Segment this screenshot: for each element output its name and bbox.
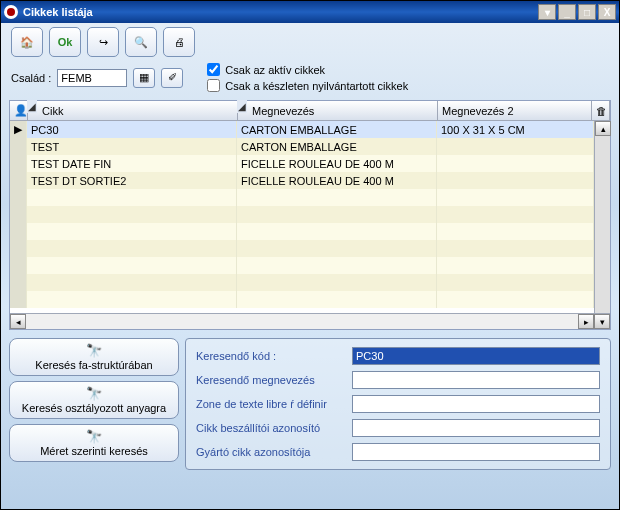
search-zone-label: Zone de texte libre ŕ définir [196, 398, 346, 410]
header-indicator-icon[interactable]: 👤 [10, 101, 28, 120]
search-zone-input[interactable] [352, 395, 600, 413]
maximize-button[interactable]: □ [578, 4, 596, 20]
titlebar[interactable]: Cikkek listája ▾ _ □ X [1, 1, 619, 23]
tree-search-button[interactable]: 🔭 Keresés fa-struktúrában [9, 338, 179, 376]
grid-header: 👤 ◢Cikk ◢Megnevezés Megnevezés 2 🗑 [10, 101, 610, 121]
table-row[interactable]: TEST DT SORTIE2 FICELLE ROULEAU DE 400 M [10, 172, 594, 189]
scroll-right-icon[interactable]: ▸ [578, 314, 594, 329]
search-code-input[interactable] [352, 347, 600, 365]
table-row[interactable] [10, 291, 594, 308]
table-row[interactable] [10, 257, 594, 274]
class-search-button[interactable]: 🔭 Keresés osztályozott anyagra [9, 381, 179, 419]
filter-bar: Család : ▦ ✐ Csak az aktív cikkek Csak a… [1, 61, 619, 98]
table-row[interactable] [10, 206, 594, 223]
minimize-button[interactable]: _ [558, 4, 576, 20]
vertical-scrollbar[interactable]: ▴ [594, 121, 610, 313]
header-delete-icon[interactable]: 🗑 [592, 101, 610, 120]
active-checkbox[interactable] [207, 63, 220, 76]
horizontal-scrollbar[interactable]: ◂ ▸ ▾ [10, 313, 610, 329]
row-pointer-icon: ▶ [10, 121, 27, 138]
table-row[interactable] [10, 240, 594, 257]
search-name-label: Keresendő megnevezés [196, 374, 346, 386]
scroll-down-icon[interactable]: ▾ [594, 314, 610, 329]
size-search-button[interactable]: 🔭 Méret szerinti keresés [9, 424, 179, 462]
scroll-up-icon[interactable]: ▴ [595, 121, 611, 136]
binoculars-icon: 🔭 [86, 386, 102, 401]
data-grid: 👤 ◢Cikk ◢Megnevezés Megnevezés 2 🗑 ▶ PC3… [9, 100, 611, 330]
active-check-row[interactable]: Csak az aktív cikkek [207, 63, 408, 76]
header-megnevezes2[interactable]: Megnevezés 2 [438, 101, 592, 120]
grid-icon: ▦ [139, 71, 149, 84]
ok-button[interactable]: Ok [49, 27, 81, 57]
scroll-left-icon[interactable]: ◂ [10, 314, 26, 329]
toolbar: 🏠 Ok ↪ 🔍 🖨 [1, 23, 619, 61]
sort-indicator-icon: ◢ [237, 100, 247, 113]
table-row[interactable] [10, 189, 594, 206]
search-button[interactable]: 🔍 [125, 27, 157, 57]
search-supplier-label: Cikk beszállítói azonosító [196, 422, 346, 434]
search-code-label: Keresendő kód : [196, 350, 346, 362]
search-maker-label: Gyártó cikk azonosítója [196, 446, 346, 458]
table-row[interactable] [10, 274, 594, 291]
family-input[interactable] [57, 69, 127, 87]
bottom-panel: 🔭 Keresés fa-struktúrában 🔭 Keresés oszt… [1, 332, 619, 476]
table-row[interactable]: ▶ PC30 CARTON EMBALLAGE 100 X 31 X 5 CM [10, 121, 594, 138]
print-button[interactable]: 🖨 [163, 27, 195, 57]
table-row[interactable]: TEST CARTON EMBALLAGE [10, 138, 594, 155]
help-button[interactable]: ▾ [538, 4, 556, 20]
app-icon [4, 5, 18, 19]
clear-button[interactable]: ✐ [161, 68, 183, 88]
grid-picker-button[interactable]: ▦ [133, 68, 155, 88]
home-icon: 🏠 [20, 36, 34, 49]
home-button[interactable]: 🏠 [11, 27, 43, 57]
close-button[interactable]: X [598, 4, 616, 20]
window-title: Cikkek listája [23, 6, 93, 18]
family-label: Család : [11, 72, 51, 84]
table-row[interactable]: TEST DATE FIN FICELLE ROULEAU DE 400 M [10, 155, 594, 172]
search-name-input[interactable] [352, 371, 600, 389]
stock-check-row[interactable]: Csak a készleten nyilvántartott cikkek [207, 79, 408, 92]
binoculars-icon: 🔭 [86, 343, 102, 358]
header-cikk[interactable]: ◢Cikk [28, 101, 238, 120]
table-row[interactable] [10, 223, 594, 240]
app-window: Cikkek listája ▾ _ □ X 🏠 Ok ↪ 🔍 🖨 Család… [0, 0, 620, 510]
search-icon: 🔍 [134, 36, 148, 49]
sort-indicator-icon: ◢ [27, 100, 37, 113]
eraser-icon: ✐ [168, 71, 177, 84]
grid-body[interactable]: ▶ PC30 CARTON EMBALLAGE 100 X 31 X 5 CM … [10, 121, 594, 313]
binoculars-icon: 🔭 [86, 429, 102, 444]
header-megnevezes[interactable]: ◢Megnevezés [238, 101, 438, 120]
exit-button[interactable]: ↪ [87, 27, 119, 57]
search-maker-input[interactable] [352, 443, 600, 461]
search-panel: Keresendő kód : Keresendő megnevezés Zon… [185, 338, 611, 470]
print-icon: 🖨 [174, 36, 185, 48]
search-supplier-input[interactable] [352, 419, 600, 437]
exit-icon: ↪ [99, 36, 108, 49]
stock-checkbox[interactable] [207, 79, 220, 92]
